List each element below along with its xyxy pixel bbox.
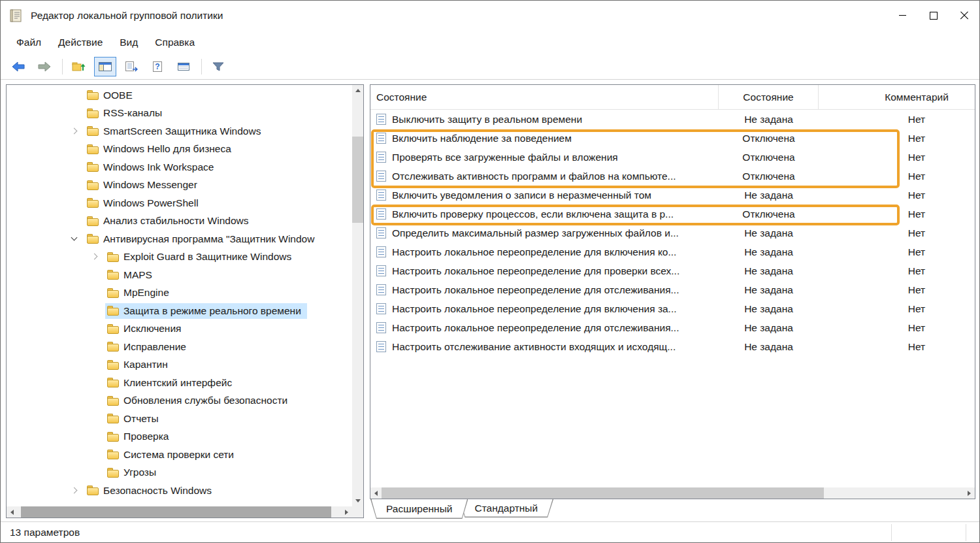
back-button[interactable]	[7, 57, 29, 76]
chevron-right-icon[interactable]	[68, 125, 85, 137]
view-tabs: Расширенный Стандартный	[370, 499, 553, 519]
policy-icon	[376, 152, 386, 163]
tree-item[interactable]: RSS-каналы	[7, 105, 352, 123]
help-icon: ?	[151, 61, 164, 73]
tab-extended[interactable]: Расширенный	[370, 499, 468, 519]
maximize-button[interactable]	[918, 1, 949, 30]
tree-item[interactable]: MAPS	[7, 266, 352, 284]
console-tree: OOBE RSS-каналы SmartScreen Защитника Wi…	[7, 85, 352, 506]
scroll-right-button[interactable]	[964, 487, 975, 499]
tree-item-selected[interactable]: Защита в режиме реального времени	[7, 302, 352, 320]
list-row[interactable]: Включить уведомления о записи в неразмеч…	[370, 186, 975, 205]
app-icon[interactable]	[8, 8, 24, 24]
scroll-track[interactable]	[352, 96, 363, 495]
tree-item[interactable]: Отчеты	[7, 410, 352, 428]
tree-item[interactable]: Исправление	[7, 338, 352, 356]
policy-icon	[376, 341, 386, 352]
export-list-button[interactable]	[120, 57, 142, 76]
policy-comment: Нет	[819, 265, 975, 277]
tree-item[interactable]: Анализ стабильности Windows	[7, 212, 352, 231]
folder-icon	[107, 450, 119, 459]
policy-state: Отключена	[719, 208, 819, 220]
list-row[interactable]: Настроить локальное переопределение для …	[370, 261, 975, 280]
chevron-none	[68, 143, 85, 155]
list-row[interactable]: Настроить локальное переопределение для …	[370, 299, 975, 318]
tree-item[interactable]: Exploit Guard в Защитнике Windows	[7, 248, 352, 267]
pane-splitter[interactable]	[364, 84, 370, 518]
tree-item[interactable]: Антивирусная программа "Защитник Window	[7, 230, 352, 248]
folder-icon	[87, 180, 99, 190]
column-header-name[interactable]: Состояние	[370, 85, 719, 109]
scroll-left-button[interactable]	[370, 487, 382, 499]
menu-help[interactable]: Справка	[148, 34, 201, 51]
toolbar: ?	[1, 54, 979, 80]
menu-action[interactable]: Действие	[52, 34, 109, 51]
list-row[interactable]: Отслеживать активность программ и файлов…	[370, 167, 975, 186]
filter-button[interactable]	[207, 57, 229, 76]
status-separator	[966, 524, 966, 541]
folder-icon	[107, 468, 119, 478]
scroll-track[interactable]	[382, 487, 964, 499]
column-header-state[interactable]: Состояние	[719, 85, 819, 109]
list-row[interactable]: Настроить локальное переопределение для …	[370, 318, 975, 337]
tree-item[interactable]: Обновления службы безопасности	[7, 392, 352, 410]
close-button[interactable]	[949, 1, 979, 30]
menu-view[interactable]: Вид	[113, 34, 144, 51]
tree-item[interactable]: Система проверки сети	[7, 446, 352, 464]
forward-button[interactable]	[33, 57, 56, 76]
tree-horizontal-scrollbar[interactable]	[7, 506, 363, 518]
toolbar-separator	[201, 59, 202, 74]
scroll-thumb[interactable]	[382, 487, 824, 499]
tree-item[interactable]: SmartScreen Защитника Windows	[7, 122, 352, 140]
tab-standard[interactable]: Стандартный	[459, 499, 553, 518]
up-level-button[interactable]	[68, 57, 90, 76]
tree-item[interactable]: Угрозы	[7, 464, 352, 482]
tree-item[interactable]: Исключения	[7, 320, 352, 338]
list-row[interactable]: Включить наблюдение за поведениемОтключе…	[370, 129, 975, 148]
tree-item-label: Система проверки сети	[123, 449, 234, 461]
list-row[interactable]: Выключить защиту в реальном времениНе за…	[370, 110, 975, 129]
list-row[interactable]: Проверять все загруженные файлы и вложен…	[370, 148, 975, 167]
folder-up-icon	[72, 61, 86, 73]
list-row[interactable]: Определить максимальный размер загруженн…	[370, 223, 975, 242]
tree-item[interactable]: Windows PowerShell	[7, 194, 352, 212]
tree-vertical-scrollbar[interactable]	[352, 85, 363, 506]
chevron-right-icon[interactable]	[68, 485, 85, 497]
scroll-track[interactable]	[18, 506, 341, 518]
scroll-right-button[interactable]	[341, 506, 352, 518]
tree-item[interactable]: Windows Hello для бизнеса	[7, 140, 352, 159]
policy-icon	[376, 303, 386, 314]
menu-file[interactable]: Файл	[10, 34, 48, 51]
scroll-thumb[interactable]	[352, 137, 363, 223]
policy-name: Настроить локальное переопределение для …	[392, 303, 677, 315]
scroll-left-button[interactable]	[7, 506, 18, 518]
tree-item-label: Windows PowerShell	[103, 197, 199, 209]
scroll-down-button[interactable]	[352, 495, 363, 506]
tree-item[interactable]: Безопасность Windows	[7, 482, 352, 500]
tree-item[interactable]: Клиентский интерфейс	[7, 374, 352, 392]
scroll-up-button[interactable]	[352, 85, 363, 96]
help-button[interactable]: ?	[146, 57, 169, 76]
policy-state: Отключена	[719, 133, 819, 144]
chevron-down-icon[interactable]	[68, 233, 85, 245]
list-row[interactable]: Включить проверку процессов, если включе…	[370, 205, 975, 223]
list-row[interactable]: Настроить локальное переопределение для …	[370, 280, 975, 299]
window-title: Редактор локальной групповой политики	[31, 10, 223, 22]
list-row[interactable]: Настроить локальное переопределение для …	[370, 242, 975, 261]
list-row[interactable]: Настроить отслеживание активности входящ…	[370, 337, 975, 356]
tree-item[interactable]: Карантин	[7, 356, 352, 374]
minimize-button[interactable]	[887, 1, 918, 30]
scroll-thumb[interactable]	[21, 506, 331, 518]
show-console-tree-button[interactable]	[94, 57, 116, 76]
list-horizontal-scrollbar[interactable]	[370, 487, 975, 499]
column-header-comment[interactable]: Комментарий	[819, 85, 980, 109]
tree-item[interactable]: Windows Messenger	[7, 176, 352, 195]
tree-item-label: Клиентский интерфейс	[123, 377, 232, 389]
tree-item[interactable]: Windows Ink Workspace	[7, 158, 352, 176]
tree-item[interactable]: MpEngine	[7, 284, 352, 303]
console-window-button[interactable]	[172, 57, 195, 76]
tree-item[interactable]: OOBE	[7, 86, 352, 105]
tree-item[interactable]: Проверка	[7, 428, 352, 446]
chevron-right-icon[interactable]	[88, 251, 105, 263]
triangle-down-icon	[355, 499, 361, 502]
